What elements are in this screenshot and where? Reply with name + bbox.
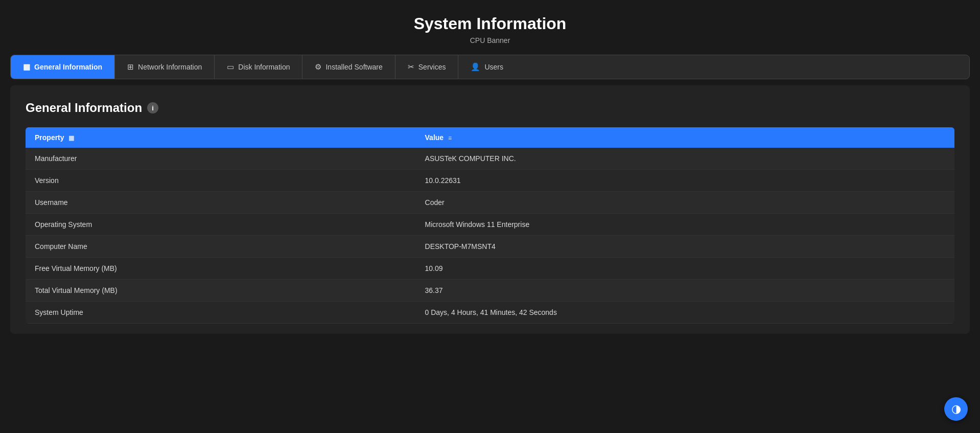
theme-toggle-button[interactable]: ◑ [944, 397, 968, 421]
content-area: General Information i Property ▦ Value ≡… [10, 85, 970, 334]
table-cell-property: Computer Name [26, 236, 416, 258]
table-cell-value: 10.0.22631 [416, 170, 954, 192]
services-tab-icon: ✂ [408, 62, 414, 72]
table-cell-property: System Uptime [26, 302, 416, 324]
section-title: General Information i [26, 101, 954, 115]
table-cell-value: Coder [416, 192, 954, 214]
general-tab-icon: ▦ [23, 62, 30, 72]
table-row: ManufacturerASUSTeK COMPUTER INC. [26, 148, 954, 170]
tab-disk-information[interactable]: ▭ Disk Information [215, 55, 302, 79]
column-value: Value ≡ [416, 127, 954, 148]
tab-users[interactable]: 👤 Users [458, 55, 516, 79]
page-title: System Information [0, 14, 980, 33]
table-row: Operating SystemMicrosoft Windows 11 Ent… [26, 214, 954, 236]
table-row: System Uptime0 Days, 4 Hours, 41 Minutes… [26, 302, 954, 324]
table-header-row: Property ▦ Value ≡ [26, 127, 954, 148]
table-row: Free Virtual Memory (MB)10.09 [26, 258, 954, 280]
table-cell-value: Microsoft Windows 11 Enterprise [416, 214, 954, 236]
table-cell-property: Free Virtual Memory (MB) [26, 258, 416, 280]
tab-network-information[interactable]: ⊞ Network Information [115, 55, 215, 79]
tab-bar: ▦ General Information ⊞ Network Informat… [10, 55, 970, 79]
theme-toggle-icon: ◑ [951, 402, 961, 416]
disk-tab-icon: ▭ [227, 62, 234, 72]
tab-users-label: Users [484, 63, 503, 71]
table-cell-value: DESKTOP-M7MSNT4 [416, 236, 954, 258]
table-row: Total Virtual Memory (MB)36.37 [26, 280, 954, 302]
table-cell-value: 0 Days, 4 Hours, 41 Minutes, 42 Seconds [416, 302, 954, 324]
table-cell-value: ASUSTeK COMPUTER INC. [416, 148, 954, 170]
table-row: Version10.0.22631 [26, 170, 954, 192]
tab-general-information[interactable]: ▦ General Information [11, 55, 115, 79]
tab-installed-software[interactable]: ⚙ Installed Software [302, 55, 395, 79]
table-cell-property: Operating System [26, 214, 416, 236]
tab-services-label: Services [418, 63, 446, 71]
column-property: Property ▦ [26, 127, 416, 148]
page-subtitle: CPU Banner [0, 36, 980, 44]
tab-software-label: Installed Software [325, 63, 382, 71]
tab-services[interactable]: ✂ Services [395, 55, 459, 79]
table-row: UsernameCoder [26, 192, 954, 214]
property-col-icon: ▦ [68, 134, 74, 142]
page-header: System Information CPU Banner [0, 0, 980, 49]
table-cell-property: Version [26, 170, 416, 192]
value-col-icon: ≡ [448, 134, 452, 142]
general-info-table: Property ▦ Value ≡ ManufacturerASUSTeK C… [26, 127, 954, 324]
table-cell-value: 36.37 [416, 280, 954, 302]
tab-network-label: Network Information [138, 63, 202, 71]
users-tab-icon: 👤 [471, 62, 480, 72]
table-row: Computer NameDESKTOP-M7MSNT4 [26, 236, 954, 258]
tab-disk-label: Disk Information [238, 63, 290, 71]
table-cell-property: Username [26, 192, 416, 214]
tab-general-label: General Information [34, 63, 102, 71]
table-cell-property: Total Virtual Memory (MB) [26, 280, 416, 302]
table-cell-value: 10.09 [416, 258, 954, 280]
table-cell-property: Manufacturer [26, 148, 416, 170]
software-tab-icon: ⚙ [315, 62, 321, 72]
section-title-text: General Information [26, 101, 142, 115]
info-icon[interactable]: i [147, 102, 158, 113]
network-tab-icon: ⊞ [127, 62, 134, 72]
